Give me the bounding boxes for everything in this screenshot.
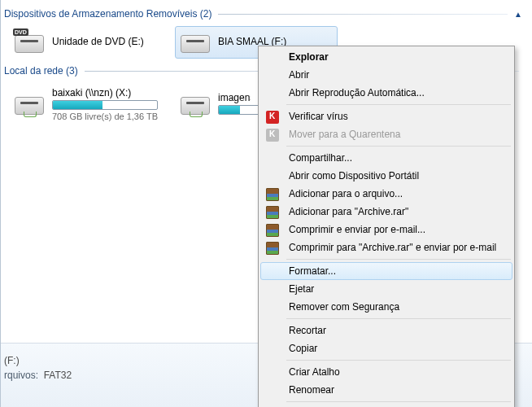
divider [218, 14, 508, 15]
explorer-window: Dispositivos de Armazenamento Removíveis… [0, 0, 532, 407]
device-dvd[interactable]: DVD Unidade de DVD (E:) [9, 26, 172, 59]
menu-eject[interactable]: Ejetar [260, 280, 512, 298]
menu-move-quarantine: Mover para a Quarentena [260, 125, 512, 143]
removable-drive-icon [181, 30, 211, 55]
menu-separator [286, 104, 511, 105]
network-drive[interactable]: imagens [175, 83, 256, 125]
menu-copy[interactable]: Copiar [260, 339, 512, 357]
menu-explore[interactable]: Explorar [260, 48, 512, 66]
menu-rar-email-named[interactable]: Comprimir para "Archive.rar" e enviar po… [260, 239, 512, 256]
menu-rar-add[interactable]: Adicionar para o arquivo... [260, 185, 512, 203]
kaspersky-disabled-icon [266, 129, 279, 142]
menu-rar-email[interactable]: Comprimir e enviar por e-mail... [260, 221, 512, 239]
menu-open[interactable]: Abrir [260, 66, 512, 84]
device-label: imagens [218, 92, 251, 103]
menu-portable-device[interactable]: Abrir como Dispositivo Portátil [260, 167, 512, 185]
winrar-icon [266, 224, 279, 237]
capacity-bar [218, 105, 264, 115]
menu-separator [286, 318, 511, 319]
device-label: baixaki (\\nzn) (X:) [52, 87, 166, 98]
menu-autoplay[interactable]: Abrir Reprodução Automática... [260, 84, 512, 102]
menu-rename[interactable]: Renomear [260, 381, 512, 399]
winrar-icon [266, 206, 279, 219]
menu-separator [286, 146, 511, 147]
context-menu: Explorar Abrir Abrir Reprodução Automáti… [258, 46, 515, 407]
section-network-title: Local da rede (3) [4, 65, 78, 77]
menu-separator [286, 259, 511, 260]
chevron-up-icon[interactable]: ▲ [514, 10, 525, 19]
menu-format[interactable]: Formatar... [260, 262, 512, 280]
menu-create-shortcut[interactable]: Criar Atalho [260, 363, 512, 381]
device-subtext: 708 GB livre(s) de 1,36 TB [52, 112, 166, 121]
menu-cut[interactable]: Recortar [260, 322, 512, 339]
menu-scan-virus[interactable]: Verificar vírus [260, 107, 512, 125]
network-drive-icon [181, 92, 211, 116]
dvd-drive-icon: DVD [15, 30, 46, 55]
details-filesystem: FAT32 [44, 370, 72, 381]
winrar-icon [266, 188, 279, 201]
kaspersky-icon [266, 111, 279, 124]
section-removable-title: Dispositivos de Armazenamento Removíveis… [4, 8, 211, 20]
section-removable-header[interactable]: Dispositivos de Armazenamento Removíveis… [4, 8, 525, 20]
details-label: rquivos: [4, 370, 38, 381]
network-drive-icon [15, 92, 46, 116]
winrar-icon [266, 242, 279, 255]
details-drive: (F:) [4, 355, 20, 366]
device-label: Unidade de DVD (E:) [52, 36, 166, 47]
menu-separator [286, 401, 511, 402]
network-drive[interactable]: baixaki (\\nzn) (X:) 708 GB livre(s) de … [9, 83, 172, 125]
capacity-bar [52, 100, 158, 110]
menu-share[interactable]: Compartilhar... [260, 149, 512, 167]
menu-separator [286, 360, 511, 361]
menu-rar-add-named[interactable]: Adicionar para "Archive.rar" [260, 203, 512, 221]
menu-safe-remove[interactable]: Remover com Segurança [260, 298, 512, 316]
